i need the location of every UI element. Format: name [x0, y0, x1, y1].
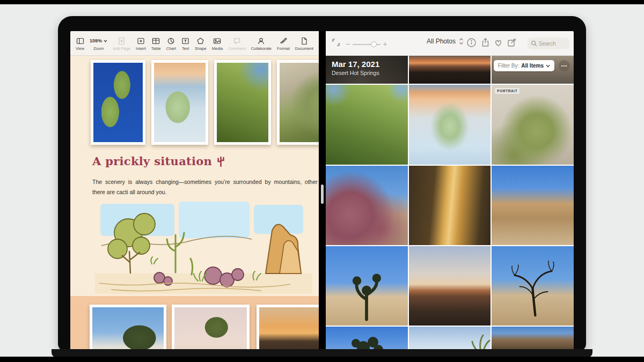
photo-tile-dead-tree[interactable] [492, 246, 574, 326]
toolbar-button-format[interactable]: Format [277, 37, 290, 51]
info-icon[interactable] [466, 38, 477, 49]
photo-tile-desert-brush[interactable]: Filter By: All Items ••• [492, 56, 574, 84]
photo-tile-sunset-clouds[interactable] [409, 56, 491, 84]
album-selector[interactable]: All Photos [427, 38, 464, 45]
document-body-text[interactable]: The scenery is always changing—sometimes… [92, 177, 319, 198]
chevron-down-icon [546, 64, 550, 68]
photo-tile-desert-rocks-yucca[interactable] [492, 166, 574, 245]
zoom-to-fill-icon[interactable] [331, 38, 341, 49]
toolbar-button-collaborate[interactable]: Collaborate [251, 37, 272, 51]
text-icon [181, 37, 189, 45]
toolbar-button-text[interactable]: Text [181, 37, 189, 51]
photos-grid: Mar 17, 2021 Desert Hot Springs Filter B… [326, 56, 574, 350]
ipad-device-frame: View 109% Zoom Add Page [58, 16, 586, 351]
portrait-badge: PORTRAIT [495, 88, 519, 94]
letterbox-bottom [0, 357, 644, 362]
favorite-icon[interactable] [493, 38, 503, 49]
document-icon [300, 37, 308, 45]
search-input[interactable] [539, 38, 568, 49]
doc-photo-cholla-sunset[interactable] [151, 60, 208, 145]
pages-document-canvas[interactable]: A prickly situation The scenery is alway… [70, 56, 319, 350]
shape-icon [196, 37, 204, 45]
photo-tile-golden-cholla[interactable] [409, 166, 491, 245]
toolbar-button-view[interactable]: View [76, 37, 84, 51]
share-icon[interactable] [480, 38, 491, 49]
toolbar-button-insert[interactable]: Insert [136, 37, 146, 51]
document-heading[interactable]: A prickly situation [92, 154, 225, 168]
zoom-value: 109% [90, 38, 102, 43]
toolbar-label: Zoom [93, 46, 104, 51]
toolbar-label: Comment [228, 46, 246, 51]
split-view-handle[interactable] [321, 184, 324, 204]
photo-tile-dusk-ridge[interactable] [409, 246, 491, 326]
toolbar-button-add-page: Add Page [113, 37, 130, 51]
section-location: Desert Hot Springs [332, 70, 408, 76]
photos-app-window: All Photos [326, 31, 574, 350]
doc-photo-desert-sunset[interactable] [257, 305, 319, 350]
more-options-button[interactable]: ••• [559, 60, 570, 71]
table-icon [152, 37, 160, 45]
toolbar-button-comment: Comment [228, 37, 246, 51]
toolbar-button-shape[interactable]: Shape [195, 37, 207, 51]
toolbar-label: Insert [136, 46, 146, 51]
photo-tile-rock-outcrop[interactable] [492, 327, 574, 350]
toolbar-label: View [76, 46, 84, 51]
photo-tile-cholla-cactus[interactable] [409, 85, 491, 165]
photo-tile-cactus-closeup[interactable] [326, 85, 408, 165]
photo-tile-dark-hillside[interactable]: Mar 17, 2021 Desert Hot Springs [326, 56, 408, 84]
section-header: Mar 17, 2021 Desert Hot Springs [326, 56, 408, 84]
photos-toolbar: All Photos [326, 31, 574, 56]
chevron-up-down-icon [459, 38, 464, 45]
toolbar-label: Format [277, 46, 290, 51]
toolbar-label: Table [151, 46, 161, 51]
chevron-down-icon [104, 40, 107, 42]
search-field[interactable] [528, 38, 569, 49]
toolbar-button-media[interactable]: Media [212, 37, 223, 51]
zoom-slider[interactable] [346, 42, 387, 46]
toolbar-label: Add Page [113, 46, 130, 51]
document-bottom-band [70, 296, 319, 350]
zoom-slider-thumb[interactable] [371, 41, 377, 47]
toolbar-label: Collaborate [251, 46, 272, 51]
doc-photo-tree-mountain[interactable] [90, 305, 166, 350]
desert-illustration[interactable] [95, 200, 312, 294]
photo-tile-joshua-tree-top[interactable] [326, 327, 408, 350]
filter-value: All Items [521, 63, 544, 69]
toolbar-button-document[interactable]: Document [295, 37, 313, 51]
toolbar-button-chart[interactable]: Chart [166, 37, 176, 51]
joshua-tree-silhouette [342, 262, 391, 321]
plus-icon [137, 37, 145, 45]
doc-photo-prickly-pear-closeup[interactable] [277, 60, 319, 145]
dead-tree-silhouette [502, 253, 564, 317]
zoom-slider-track[interactable] [353, 44, 380, 45]
toolbar-button-table[interactable]: Table [151, 37, 161, 51]
joshua-top-silhouette [347, 334, 390, 350]
format-brush-icon [279, 37, 287, 45]
screen: View 109% Zoom Add Page [70, 31, 574, 350]
doc-photo-joshua-tree[interactable] [172, 305, 250, 350]
edit-icon[interactable] [507, 38, 517, 49]
media-icon [213, 37, 221, 45]
filter-prefix: Filter By: [498, 63, 519, 69]
filter-by-button[interactable]: Filter By: All Items [494, 60, 554, 71]
toolbar-label: Shape [195, 46, 207, 51]
zoom-in-icon [383, 42, 387, 46]
toolbar-button-zoom[interactable]: 109% Zoom [90, 37, 107, 51]
cactus-icon [217, 156, 225, 167]
toolbar-label: Document [295, 46, 313, 51]
photo-tile-joshua-tree[interactable] [326, 246, 408, 326]
toolbar-label: Media [212, 46, 223, 51]
doc-photo-cactus-bush[interactable] [214, 60, 271, 145]
photo-tile-pale-sky-plant[interactable] [409, 327, 491, 350]
pages-app-window: View 109% Zoom Add Page [70, 31, 319, 350]
collaborate-icon [257, 37, 265, 45]
letterbox-top [0, 0, 644, 4]
chart-icon [167, 37, 175, 45]
search-icon [531, 40, 537, 47]
doc-photo-prickly-pear-blue-sky[interactable] [91, 60, 145, 145]
photo-tile-purple-prickly-pear[interactable] [326, 166, 408, 245]
photo-strip [91, 60, 319, 145]
add-page-icon [118, 37, 126, 45]
toolbar-label: Chart [166, 46, 176, 51]
photo-tile-prickly-pear-portrait[interactable]: PORTRAIT [492, 85, 574, 165]
